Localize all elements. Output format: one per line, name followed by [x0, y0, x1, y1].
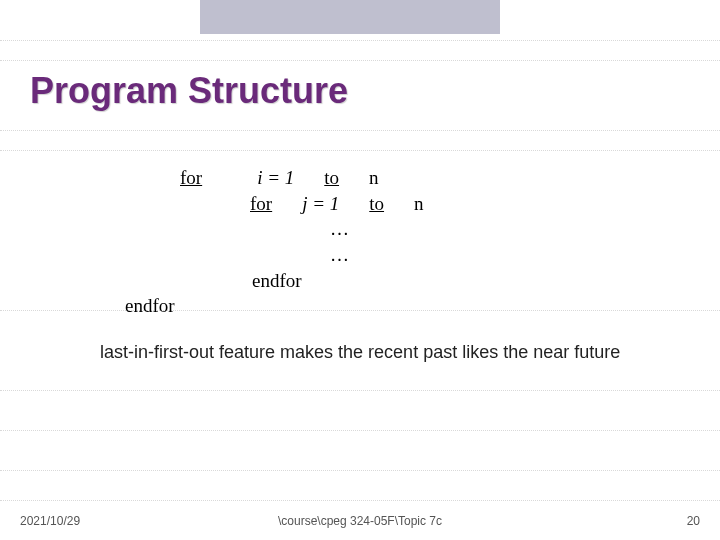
pseudocode-block: fori = 1ton forj = 1ton … … endfor endfo… [180, 165, 424, 319]
j-assignment: j = 1 [302, 193, 339, 214]
for-keyword: for [250, 193, 272, 214]
for-keyword: for [180, 167, 202, 188]
n-limit: n [414, 193, 424, 214]
i-assignment: i = 1 [257, 167, 294, 188]
endfor-keyword: endfor [125, 295, 175, 316]
body-paragraph: last-in-first-out feature makes the rece… [100, 340, 660, 364]
code-line-dots: … [180, 242, 424, 268]
footer-page-number: 20 [687, 514, 700, 528]
footer-path: \course\cpeg 324-05F\Topic 7c [0, 514, 720, 528]
slide-accent-bar [200, 0, 500, 34]
n-limit: n [369, 167, 379, 188]
code-line-outer-for: fori = 1ton [180, 165, 424, 191]
endfor-keyword: endfor [252, 270, 302, 291]
to-keyword: to [369, 193, 384, 214]
code-line-inner-endfor: endfor [180, 268, 424, 294]
to-keyword: to [324, 167, 339, 188]
ellipsis: … [330, 218, 349, 239]
slide-title: Program Structure [30, 70, 348, 112]
code-line-outer-endfor: endfor [125, 293, 369, 319]
ellipsis: … [330, 244, 349, 265]
code-line-dots: … [180, 216, 424, 242]
code-line-inner-for: forj = 1ton [180, 191, 424, 217]
